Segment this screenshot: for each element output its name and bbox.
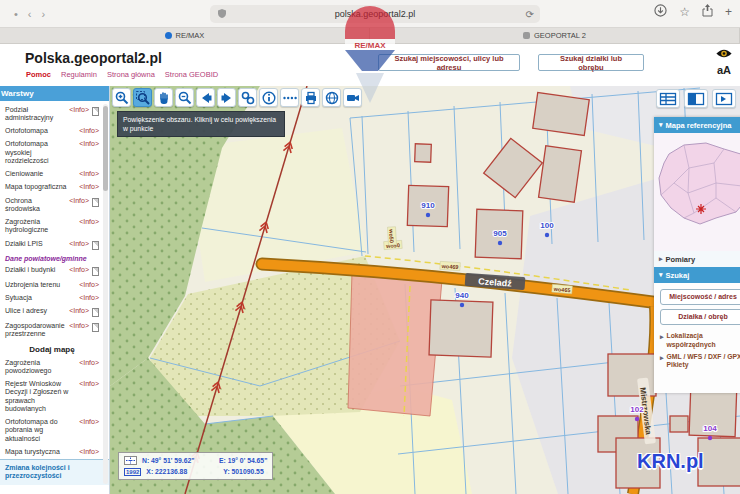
info-link[interactable]: <Info> — [79, 359, 99, 367]
measurements-section[interactable]: ▸ Pomiary — [654, 251, 740, 267]
layer-dzialki-lpis[interactable]: Działki LPIS<Info> — [5, 237, 99, 252]
info-link[interactable]: <Info> — [69, 266, 89, 274]
info-link[interactable]: <Info> — [79, 140, 99, 148]
document-icon[interactable] — [92, 198, 99, 207]
tab-remax[interactable]: RE/MAX — [0, 28, 370, 43]
coordinates-location-link[interactable]: ▸ Lokalizacja współrzędnych — [658, 329, 740, 350]
print-button[interactable] — [301, 88, 320, 107]
svg-text:104: 104 — [703, 424, 717, 433]
shield-icon — [218, 9, 226, 20]
reference-map[interactable] — [654, 133, 740, 251]
layer-sytuacja[interactable]: Sytuacja<Info> — [5, 291, 99, 304]
tab-geoportal[interactable]: GEOPORTAL 2 — [370, 28, 740, 43]
page: • ‹ › polska.geoportal2.pl ⟳ ☆ + RE/MAX — [0, 0, 740, 494]
layer-ochrona-srodowiska[interactable]: Ochrona środowiska<Info> — [5, 194, 99, 216]
search-parcel-area-button[interactable]: Działka / obręb — [660, 309, 740, 325]
layer-zagrozenia-powodziowe[interactable]: Zagrożenia powodziowego<Info> — [5, 356, 99, 378]
link-button[interactable] — [238, 88, 257, 107]
reload-icon[interactable]: ⟳ — [526, 9, 534, 20]
sidebar-scrollbar-thumb[interactable] — [103, 106, 108, 191]
document-icon[interactable] — [92, 267, 99, 276]
document-icon[interactable] — [92, 308, 99, 317]
datum-label: 1992 — [124, 468, 141, 476]
legend-panel-button[interactable] — [656, 89, 680, 108]
layer-rejestr-wnioskow[interactable]: Rejestr Wniosków Decyzji i Zgłoszeń w sp… — [5, 378, 99, 416]
info-link[interactable]: <Info> — [79, 170, 99, 178]
zoom-in-button[interactable] — [112, 88, 131, 107]
new-tab-icon[interactable]: + — [725, 5, 732, 19]
remax-favicon — [165, 32, 172, 39]
map-canvas[interactable]: g[data-name="forest-area"] polygon { fil… — [110, 86, 740, 494]
info-link[interactable]: <Info> — [69, 197, 89, 205]
info-link[interactable]: <Info> — [69, 106, 89, 114]
street-view-camera-button[interactable] — [343, 88, 362, 107]
contrast-eye-icon[interactable] — [714, 46, 734, 64]
info-link[interactable]: <Info> — [79, 183, 99, 191]
document-icon[interactable] — [92, 241, 99, 250]
layer-uzbrojenia[interactable]: Uzbrojenia terenu<Info> — [5, 278, 99, 291]
layer-zagrozenia-hydro[interactable]: Zagrożenia hydrologiczne<Info> — [5, 216, 99, 238]
info-link[interactable]: <Info> — [79, 127, 99, 135]
nav-regulamin[interactable]: Regulamin — [61, 70, 97, 79]
back-icon[interactable]: ‹ — [28, 8, 32, 20]
share-icon[interactable] — [702, 4, 713, 20]
map-viewport[interactable]: g[data-name="forest-area"] polygon { fil… — [110, 86, 740, 494]
info-link[interactable]: <Info> — [79, 418, 99, 426]
right-panel: ▾ Mapa referencyjna ▸ Pomiary ▾ Szukaj M… — [654, 117, 740, 393]
layer-ortofotomapa[interactable]: Ortofotomapa<Info> — [5, 125, 99, 138]
layer-zagospodarowanie[interactable]: Zagospodarowanie przestrzenne<Info> — [5, 320, 99, 342]
info-link[interactable]: <Info> — [69, 240, 89, 248]
split-panel-button[interactable] — [684, 89, 708, 108]
previous-view-button[interactable] — [196, 88, 215, 107]
reference-map-header[interactable]: ▾ Mapa referencyjna — [654, 117, 740, 133]
zoom-out-button[interactable] — [175, 88, 194, 107]
site-title: Polska.geoportal2.pl — [25, 50, 162, 66]
bookmark-star-icon[interactable]: ☆ — [679, 5, 690, 19]
nav-strona-geobid[interactable]: Strona GEOBID — [165, 70, 218, 79]
address-bar[interactable]: polska.geoportal2.pl ⟳ — [210, 5, 540, 23]
map-toolbar — [112, 88, 362, 107]
tab-bar: RE/MAX GEOPORTAL 2 — [0, 28, 740, 44]
document-icon[interactable] — [92, 107, 99, 116]
svg-text:100: 100 — [540, 221, 554, 230]
layer-dzialki-budynki[interactable]: Działki i budynki<Info> — [5, 263, 99, 278]
info-link[interactable]: <Info> — [79, 281, 99, 289]
svg-text:wo469: wo469 — [440, 263, 458, 270]
info-link[interactable]: <Info> — [79, 380, 99, 388]
document-icon[interactable] — [92, 323, 99, 332]
layer-mapa-topograficzna[interactable]: Mapa topograficzna<Info> — [5, 181, 99, 194]
collapse-panel-button[interactable] — [712, 89, 736, 108]
measure-button[interactable] — [280, 88, 299, 107]
info-link[interactable]: <Info> — [69, 322, 89, 330]
font-size-toggle[interactable]: aA — [714, 64, 734, 76]
info-button[interactable] — [259, 88, 278, 107]
zoom-area-button[interactable] — [133, 88, 152, 107]
next-view-button[interactable] — [217, 88, 236, 107]
info-link[interactable]: <Info> — [79, 218, 99, 226]
pan-hand-button[interactable] — [154, 88, 173, 107]
layer-ortofotomapa-wysokiej[interactable]: Ortofotomapa wysokiej rozdzielczości<Inf… — [5, 138, 99, 168]
order-transparency-link[interactable]: Zmiana kolejności i przezroczystości — [0, 459, 109, 486]
layer-turystyczna[interactable]: Mapa turystyczna<Info> — [5, 445, 99, 458]
highlighted-parcel[interactable] — [348, 272, 442, 416]
window-dot: • — [14, 8, 18, 20]
search-parcel-button[interactable]: Szukaj działki lub obrębu — [538, 54, 644, 71]
globe-button[interactable] — [322, 88, 341, 107]
chevron-down-icon: ▾ — [659, 271, 663, 279]
gml-export-link[interactable]: ▸ GML / WFS / DXF / GPX Pikiety — [658, 350, 740, 371]
nav-strona-glowna[interactable]: Strona główna — [107, 70, 155, 79]
info-link[interactable]: <Info> — [69, 307, 89, 315]
search-section-header[interactable]: ▾ Szukaj — [654, 267, 740, 283]
layer-cieniowanie[interactable]: Cieniowanie<Info> — [5, 168, 99, 181]
layer-ulice-adresy[interactable]: Ulice i adresy<Info> — [5, 305, 99, 320]
nav-pomoc[interactable]: Pomoc — [26, 70, 51, 79]
forward-icon[interactable]: › — [42, 8, 46, 20]
info-link[interactable]: <Info> — [79, 294, 99, 302]
download-icon[interactable] — [654, 4, 667, 20]
info-link[interactable]: <Info> — [79, 448, 99, 456]
layer-orto-pobrania[interactable]: Ortofotomapa do pobrania wg aktualności<… — [5, 416, 99, 446]
search-place-button[interactable]: Szukaj miejscowości, ulicy lub adresu — [378, 54, 520, 71]
layer-podzial[interactable]: Podział administracyjny<Info> — [5, 103, 99, 125]
search-address-button[interactable]: Miejscowość / adres — [660, 289, 740, 305]
coord-n: N: 49° 51' 59.62" — [142, 457, 214, 464]
